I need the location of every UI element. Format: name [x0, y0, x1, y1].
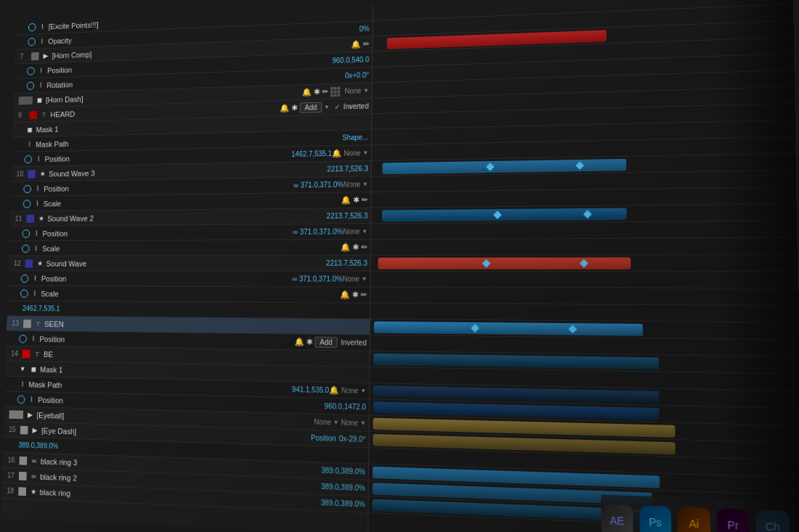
- none-sw2: None: [343, 228, 360, 236]
- layer-10-icon: ★: [38, 169, 47, 179]
- layer-17-num: 17: [7, 471, 19, 479]
- curve-sw3-scale: ⌇: [33, 199, 42, 208]
- layer-14-name: BE: [44, 350, 367, 363]
- stopwatch-mask-pos[interactable]: [24, 155, 32, 163]
- add-btn-9[interactable]: Add: [300, 102, 322, 113]
- layer-7-icon: ▶: [41, 51, 51, 60]
- dropdown-sw2[interactable]: ▼: [362, 228, 368, 234]
- layer-13-name: SEEN: [44, 319, 367, 331]
- seen-pos-label: Position: [39, 335, 294, 346]
- stopwatch-be-pos[interactable]: [17, 395, 25, 404]
- bar-10: [382, 159, 626, 174]
- layer-7-num: 7: [20, 52, 31, 60]
- pencil-sw3: ✏: [362, 195, 368, 205]
- layer-9-num: 9: [18, 111, 30, 119]
- curve-icon-opacity: ⌇: [37, 36, 46, 46]
- pencil-icon-7: ✏: [363, 39, 370, 49]
- opacity-value: 0%: [360, 25, 370, 33]
- stopwatch-horn-pos[interactable]: [27, 67, 35, 75]
- content-wrapper: ⌇ [Excite Points!!!] ⌇ Opacity 0% 7 ▶ [H…: [1, 0, 799, 532]
- dropdown-eyeball-2[interactable]: ▼: [360, 420, 366, 426]
- dock-icon-5[interactable]: Ch: [756, 510, 790, 532]
- curve-icon-maskpath: ⌇: [25, 139, 34, 149]
- layer-10-value: 2213.7,526.3: [327, 165, 368, 173]
- layer-14-num: 14: [11, 350, 23, 358]
- dropdown-be-mp[interactable]: ▼: [360, 388, 366, 394]
- stopwatch-sw3-pos[interactable]: [23, 184, 31, 192]
- curve-icon-excite: ⌇: [38, 22, 46, 31]
- layer-18-scale: 389.0,389.0%: [321, 499, 365, 509]
- stopwatch-horn-rot[interactable]: [27, 81, 35, 89]
- eyeball-color: [9, 410, 23, 419]
- layer-11-num: 11: [15, 215, 27, 222]
- none-mask-pos: None: [344, 149, 360, 157]
- track-12: [371, 255, 798, 271]
- layer-11-value: 2213.7,526.3: [327, 212, 368, 220]
- mask1-icon: ◼: [25, 125, 35, 134]
- layer-14-type: T: [33, 349, 42, 359]
- stopwatch-sw2-scale[interactable]: [22, 244, 30, 252]
- sw2-pos-label: Position: [42, 228, 290, 237]
- sw2-pos-row: ⌇ Position ∞ 371.0,371.0% None ▼: [9, 224, 370, 242]
- curve-sw3-pos: ⌇: [33, 184, 42, 193]
- layer-15-num: 15: [9, 425, 20, 433]
- sw3-pos-label: Position: [44, 181, 291, 192]
- dock-icon-3[interactable]: Ai: [678, 507, 710, 532]
- mask1-14-name: Mask 1: [40, 365, 366, 380]
- horn-rotation-value: 0x+0.0°: [345, 71, 369, 80]
- bar-13: [374, 322, 643, 336]
- curve-sw2-scale: ⌇: [31, 243, 41, 253]
- curve-be-pos: ⌇: [27, 394, 36, 404]
- sw3-scale-label: Scale: [44, 196, 341, 208]
- layer-16-icon: ∞: [30, 456, 39, 466]
- timeline-panel: AE Ps Ai Pr Ch: [368, 0, 799, 532]
- sw2-pos-value: ∞ 371.0,371.0%: [293, 228, 343, 236]
- layer-14-color: [23, 350, 31, 359]
- stopwatch-seen-pos[interactable]: [19, 335, 27, 343]
- layer-7-controls: 🔔 ✏: [351, 39, 369, 49]
- layer-17-color: [19, 472, 27, 480]
- mask-pos-label: Position: [44, 150, 288, 163]
- layer-9-controls: 🔔 ✱ Add ▼ ✓ Inverted: [280, 101, 369, 114]
- be-maskpath-value: 941.1,535.0: [292, 385, 329, 394]
- stopwatch-opacity[interactable]: [28, 38, 36, 46]
- stopwatch-sw3-scale[interactable]: [23, 200, 31, 208]
- stopwatch-excite-opacity[interactable]: [28, 23, 36, 31]
- dropdown-mask-pos[interactable]: ▼: [362, 150, 368, 156]
- dropdown-9[interactable]: ▼: [324, 104, 330, 110]
- track-12-pos: [370, 271, 798, 289]
- pencil-sw1: ✏: [360, 290, 367, 300]
- layer-10-num: 10: [16, 170, 28, 177]
- curve-seen-pos: ⌇: [28, 334, 38, 343]
- layer-12-icon: ★: [35, 258, 44, 268]
- dock-icon-1[interactable]: AE: [601, 504, 633, 532]
- dropdown-sw1[interactable]: ▼: [362, 276, 368, 282]
- dropdown-eyeball-1[interactable]: ▼: [333, 419, 339, 425]
- curve-icon-mask-pos: ⌇: [34, 154, 44, 163]
- none-sw3: None: [344, 181, 360, 189]
- bell-be-mp: 🔔: [329, 385, 339, 395]
- sw1-scale-val: 2462.7,535.1: [23, 305, 60, 313]
- layer-18-icon: ★: [28, 486, 38, 496]
- none-be-mp: None: [341, 386, 359, 395]
- stopwatch-sw1-scale[interactable]: [20, 289, 28, 297]
- checkmark-9: ✓: [334, 103, 340, 111]
- layer-11-color: [26, 214, 34, 222]
- dropdown-sw3[interactable]: ▼: [362, 181, 368, 187]
- dock-icon-4[interactable]: Pr: [716, 508, 750, 532]
- mask-pos-controls: 🔔 None ▼: [332, 148, 368, 158]
- sw3-pos-value: ∞ 371.0,371.0%: [293, 181, 344, 189]
- stopwatch-sw2-pos[interactable]: [22, 229, 30, 237]
- layer-12-row[interactable]: 12 ★ Sound Wave 2213.7,526.3: [9, 255, 370, 271]
- layer-10-name: Sound Wave 3: [49, 165, 325, 177]
- bell-sw2: 🔔: [341, 242, 351, 252]
- layer-17-icon: ∞: [29, 471, 38, 481]
- eyeball-icon: ▶: [25, 409, 35, 420]
- bell-sw1: 🔔: [340, 290, 350, 300]
- stopwatch-sw1-pos[interactable]: [21, 274, 29, 282]
- sun-sw2: ✱: [352, 242, 359, 252]
- dock-icon-2[interactable]: Ps: [639, 505, 672, 532]
- dropdown-dash[interactable]: ▼: [363, 87, 369, 94]
- curve-sw2-pos: ⌇: [32, 229, 41, 238]
- add-btn-seen[interactable]: Add: [315, 337, 337, 348]
